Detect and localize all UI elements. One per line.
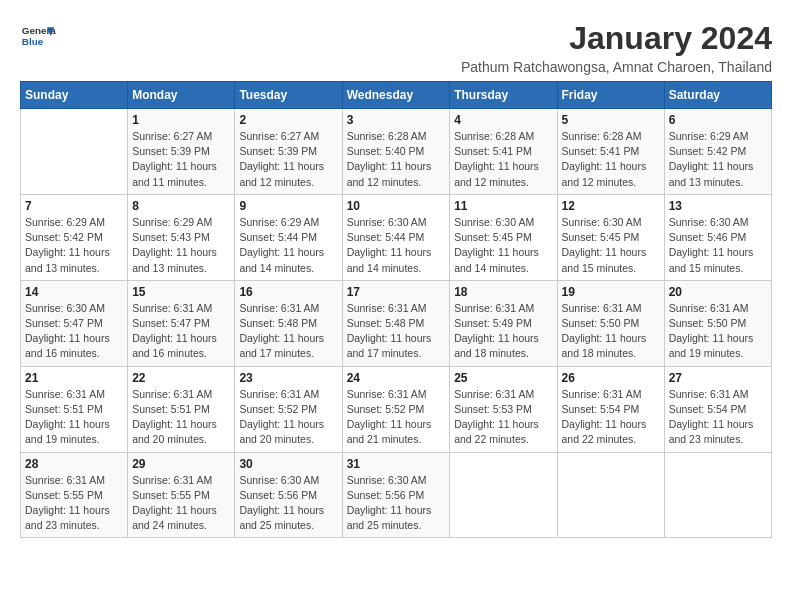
calendar-body: 1Sunrise: 6:27 AM Sunset: 5:39 PM Daylig…	[21, 109, 772, 538]
calendar-cell: 15Sunrise: 6:31 AM Sunset: 5:47 PM Dayli…	[128, 280, 235, 366]
day-number: 23	[239, 371, 337, 385]
day-info: Sunrise: 6:30 AM Sunset: 5:45 PM Dayligh…	[454, 215, 552, 276]
week-row-3: 21Sunrise: 6:31 AM Sunset: 5:51 PM Dayli…	[21, 366, 772, 452]
day-number: 5	[562, 113, 660, 127]
subtitle: Pathum Ratchawongsa, Amnat Charoen, Thai…	[461, 59, 772, 75]
calendar-cell	[557, 452, 664, 538]
day-number: 7	[25, 199, 123, 213]
calendar-cell: 2Sunrise: 6:27 AM Sunset: 5:39 PM Daylig…	[235, 109, 342, 195]
day-info: Sunrise: 6:31 AM Sunset: 5:51 PM Dayligh…	[132, 387, 230, 448]
day-info: Sunrise: 6:30 AM Sunset: 5:56 PM Dayligh…	[239, 473, 337, 534]
column-header-thursday: Thursday	[450, 82, 557, 109]
day-info: Sunrise: 6:31 AM Sunset: 5:49 PM Dayligh…	[454, 301, 552, 362]
day-info: Sunrise: 6:31 AM Sunset: 5:53 PM Dayligh…	[454, 387, 552, 448]
logo-icon: General Blue	[20, 20, 56, 56]
day-number: 3	[347, 113, 446, 127]
day-number: 30	[239, 457, 337, 471]
calendar-cell: 31Sunrise: 6:30 AM Sunset: 5:56 PM Dayli…	[342, 452, 450, 538]
day-number: 11	[454, 199, 552, 213]
day-info: Sunrise: 6:31 AM Sunset: 5:50 PM Dayligh…	[669, 301, 767, 362]
calendar-cell: 10Sunrise: 6:30 AM Sunset: 5:44 PM Dayli…	[342, 194, 450, 280]
calendar-cell: 28Sunrise: 6:31 AM Sunset: 5:55 PM Dayli…	[21, 452, 128, 538]
day-number: 18	[454, 285, 552, 299]
calendar-cell: 22Sunrise: 6:31 AM Sunset: 5:51 PM Dayli…	[128, 366, 235, 452]
day-info: Sunrise: 6:31 AM Sunset: 5:52 PM Dayligh…	[239, 387, 337, 448]
week-row-0: 1Sunrise: 6:27 AM Sunset: 5:39 PM Daylig…	[21, 109, 772, 195]
day-number: 12	[562, 199, 660, 213]
calendar-cell: 17Sunrise: 6:31 AM Sunset: 5:48 PM Dayli…	[342, 280, 450, 366]
day-info: Sunrise: 6:31 AM Sunset: 5:54 PM Dayligh…	[669, 387, 767, 448]
day-number: 8	[132, 199, 230, 213]
day-number: 16	[239, 285, 337, 299]
calendar-cell: 26Sunrise: 6:31 AM Sunset: 5:54 PM Dayli…	[557, 366, 664, 452]
day-number: 6	[669, 113, 767, 127]
day-number: 2	[239, 113, 337, 127]
day-info: Sunrise: 6:27 AM Sunset: 5:39 PM Dayligh…	[239, 129, 337, 190]
calendar-cell: 8Sunrise: 6:29 AM Sunset: 5:43 PM Daylig…	[128, 194, 235, 280]
calendar-cell: 27Sunrise: 6:31 AM Sunset: 5:54 PM Dayli…	[664, 366, 771, 452]
calendar-cell: 11Sunrise: 6:30 AM Sunset: 5:45 PM Dayli…	[450, 194, 557, 280]
day-number: 20	[669, 285, 767, 299]
calendar-cell: 16Sunrise: 6:31 AM Sunset: 5:48 PM Dayli…	[235, 280, 342, 366]
column-header-tuesday: Tuesday	[235, 82, 342, 109]
day-info: Sunrise: 6:30 AM Sunset: 5:45 PM Dayligh…	[562, 215, 660, 276]
svg-text:Blue: Blue	[22, 36, 44, 47]
column-header-monday: Monday	[128, 82, 235, 109]
calendar-cell: 20Sunrise: 6:31 AM Sunset: 5:50 PM Dayli…	[664, 280, 771, 366]
calendar-cell: 4Sunrise: 6:28 AM Sunset: 5:41 PM Daylig…	[450, 109, 557, 195]
day-number: 10	[347, 199, 446, 213]
day-number: 19	[562, 285, 660, 299]
day-number: 17	[347, 285, 446, 299]
calendar-cell: 9Sunrise: 6:29 AM Sunset: 5:44 PM Daylig…	[235, 194, 342, 280]
day-number: 31	[347, 457, 446, 471]
calendar-cell: 1Sunrise: 6:27 AM Sunset: 5:39 PM Daylig…	[128, 109, 235, 195]
calendar-cell: 24Sunrise: 6:31 AM Sunset: 5:52 PM Dayli…	[342, 366, 450, 452]
week-row-2: 14Sunrise: 6:30 AM Sunset: 5:47 PM Dayli…	[21, 280, 772, 366]
day-info: Sunrise: 6:28 AM Sunset: 5:41 PM Dayligh…	[454, 129, 552, 190]
day-info: Sunrise: 6:28 AM Sunset: 5:41 PM Dayligh…	[562, 129, 660, 190]
day-number: 29	[132, 457, 230, 471]
day-number: 14	[25, 285, 123, 299]
day-info: Sunrise: 6:27 AM Sunset: 5:39 PM Dayligh…	[132, 129, 230, 190]
calendar-cell	[450, 452, 557, 538]
day-number: 15	[132, 285, 230, 299]
column-header-saturday: Saturday	[664, 82, 771, 109]
day-number: 22	[132, 371, 230, 385]
day-info: Sunrise: 6:30 AM Sunset: 5:46 PM Dayligh…	[669, 215, 767, 276]
day-info: Sunrise: 6:31 AM Sunset: 5:48 PM Dayligh…	[347, 301, 446, 362]
calendar-cell: 18Sunrise: 6:31 AM Sunset: 5:49 PM Dayli…	[450, 280, 557, 366]
day-info: Sunrise: 6:31 AM Sunset: 5:47 PM Dayligh…	[132, 301, 230, 362]
day-info: Sunrise: 6:31 AM Sunset: 5:54 PM Dayligh…	[562, 387, 660, 448]
calendar-cell: 3Sunrise: 6:28 AM Sunset: 5:40 PM Daylig…	[342, 109, 450, 195]
calendar-table: SundayMondayTuesdayWednesdayThursdayFrid…	[20, 81, 772, 538]
calendar-cell: 23Sunrise: 6:31 AM Sunset: 5:52 PM Dayli…	[235, 366, 342, 452]
day-info: Sunrise: 6:29 AM Sunset: 5:42 PM Dayligh…	[25, 215, 123, 276]
day-number: 21	[25, 371, 123, 385]
day-number: 1	[132, 113, 230, 127]
day-number: 13	[669, 199, 767, 213]
day-info: Sunrise: 6:29 AM Sunset: 5:44 PM Dayligh…	[239, 215, 337, 276]
day-info: Sunrise: 6:31 AM Sunset: 5:55 PM Dayligh…	[132, 473, 230, 534]
page-header: General Blue January 2024 Pathum Ratchaw…	[20, 20, 772, 75]
day-number: 24	[347, 371, 446, 385]
day-number: 26	[562, 371, 660, 385]
day-number: 9	[239, 199, 337, 213]
calendar-cell: 30Sunrise: 6:30 AM Sunset: 5:56 PM Dayli…	[235, 452, 342, 538]
day-info: Sunrise: 6:30 AM Sunset: 5:47 PM Dayligh…	[25, 301, 123, 362]
calendar-cell: 25Sunrise: 6:31 AM Sunset: 5:53 PM Dayli…	[450, 366, 557, 452]
column-header-wednesday: Wednesday	[342, 82, 450, 109]
calendar-cell: 6Sunrise: 6:29 AM Sunset: 5:42 PM Daylig…	[664, 109, 771, 195]
calendar-cell: 21Sunrise: 6:31 AM Sunset: 5:51 PM Dayli…	[21, 366, 128, 452]
day-number: 27	[669, 371, 767, 385]
week-row-1: 7Sunrise: 6:29 AM Sunset: 5:42 PM Daylig…	[21, 194, 772, 280]
title-block: January 2024 Pathum Ratchawongsa, Amnat …	[461, 20, 772, 75]
column-header-friday: Friday	[557, 82, 664, 109]
day-info: Sunrise: 6:31 AM Sunset: 5:51 PM Dayligh…	[25, 387, 123, 448]
day-number: 4	[454, 113, 552, 127]
day-info: Sunrise: 6:30 AM Sunset: 5:56 PM Dayligh…	[347, 473, 446, 534]
calendar-cell	[21, 109, 128, 195]
calendar-header-row: SundayMondayTuesdayWednesdayThursdayFrid…	[21, 82, 772, 109]
calendar-cell: 7Sunrise: 6:29 AM Sunset: 5:42 PM Daylig…	[21, 194, 128, 280]
main-title: January 2024	[461, 20, 772, 57]
calendar-cell	[664, 452, 771, 538]
